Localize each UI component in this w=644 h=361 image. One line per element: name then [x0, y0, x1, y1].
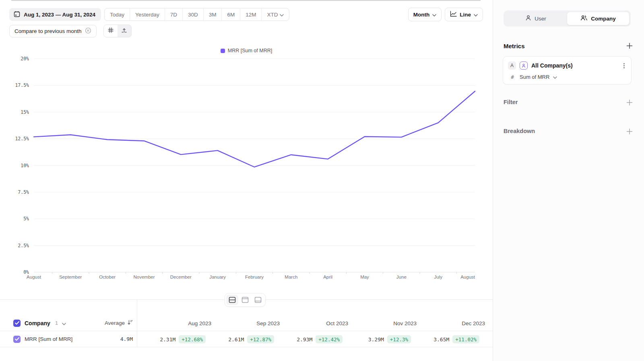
delta-badge: +12.87%: [247, 335, 274, 343]
quick-range-button[interactable]: 30D: [183, 8, 204, 21]
x-tick-label: May: [360, 275, 369, 279]
entity-type-toggle: User Company: [504, 10, 631, 27]
y-tick-label: 20%: [21, 56, 29, 62]
average-column-label: Average: [105, 320, 125, 326]
annotations-toggle[interactable]: [118, 25, 131, 37]
legend-label: MRR [Sum of MRR]: [228, 48, 272, 53]
metric-field-label: Sum of MRR: [520, 74, 549, 80]
metric-letter-badge: A: [508, 62, 516, 70]
add-breakdown-button[interactable]: [625, 127, 634, 135]
grid-icon: [108, 27, 114, 35]
month-value-cell: 2.31M+12.68%: [137, 335, 206, 343]
granularity-label: Month: [413, 12, 429, 18]
x-tick-label: February: [245, 275, 264, 279]
card-top-shadow: [11, 0, 481, 1]
filter-section-title: Filter: [504, 99, 518, 105]
month-value-cell: 2.61M+12.87%: [206, 335, 274, 343]
y-tick-label: 7.5%: [18, 189, 29, 195]
delta-badge: +12.68%: [179, 335, 206, 343]
layout-view-toggles: [225, 293, 266, 307]
calendar-icon: [14, 11, 20, 18]
breakdown-section-title: Breakdown: [504, 128, 535, 134]
month-column-header[interactable]: Aug 2023: [143, 320, 211, 326]
month-column-header[interactable]: Nov 2023: [348, 320, 417, 326]
delta-badge: +12.42%: [316, 335, 343, 343]
gridlines-toggle[interactable]: [104, 25, 118, 37]
date-range-button[interactable]: Aug 1, 2023 — Aug 31, 2024: [9, 8, 101, 21]
line-chart-icon: [450, 11, 457, 18]
split-view-button[interactable]: [226, 295, 238, 305]
entity-count: 1: [55, 320, 58, 326]
table-only-view-button[interactable]: [252, 295, 264, 305]
metric-value: 3.29M: [368, 336, 384, 343]
quick-range-button[interactable]: 6M: [222, 8, 240, 21]
user-icon: [525, 15, 531, 22]
metrics-section-title: Metrics: [504, 43, 525, 49]
x-tick-label: March: [285, 275, 297, 279]
x-tick-label: December: [170, 275, 192, 279]
delta-badge: +11.02%: [452, 335, 479, 343]
add-filter-button[interactable]: [625, 98, 634, 107]
config-sidebar: User Company Metrics A All Company(s): [493, 0, 644, 361]
month-column-header[interactable]: Dec 2023: [417, 320, 485, 326]
breakdown-table: Company 1 Average Aug 2023Sep 2023Oct 20…: [0, 315, 493, 347]
month-column-header[interactable]: Sep 2023: [211, 320, 280, 326]
sort-icon[interactable]: [127, 320, 133, 326]
legend-swatch: [221, 49, 225, 53]
chevron-down-icon[interactable]: [62, 320, 66, 327]
select-all-checkbox[interactable]: [13, 320, 21, 327]
chevron-down-icon: [553, 73, 557, 80]
mrr-series-line: [34, 91, 475, 167]
metric-name: All Company(s): [531, 62, 618, 69]
xtd-range-button[interactable]: XTD: [262, 8, 289, 21]
metric-row-label: MRR [Sum of MRR]: [25, 336, 72, 342]
chevron-down-icon: [474, 12, 478, 18]
quick-range-button[interactable]: Yesterday: [130, 8, 165, 21]
granularity-dropdown[interactable]: Month: [408, 8, 442, 21]
metric-menu-button[interactable]: [622, 62, 626, 69]
quick-range-button[interactable]: 12M: [240, 8, 262, 21]
y-tick-label: 12.5%: [15, 136, 29, 142]
tab-company[interactable]: Company: [567, 12, 630, 25]
company-icon: [580, 15, 588, 22]
x-tick-label: April: [323, 275, 332, 279]
month-value-cell: 3.29M+12.3%: [343, 335, 411, 343]
chevron-down-icon: [432, 12, 436, 18]
x-tick-label: October: [99, 275, 116, 279]
quick-range-button[interactable]: 7D: [165, 8, 183, 21]
chart-option-toggles: [103, 25, 132, 37]
compare-chip[interactable]: Compare to previous month: [9, 25, 97, 37]
tab-user[interactable]: User: [505, 12, 567, 25]
table-row[interactable]: MRR [Sum of MRR] 4.9M 2.31M+12.68%2.61M+…: [0, 331, 493, 347]
y-tick-label: 10%: [21, 163, 29, 168]
metric-value: 2.93M: [297, 336, 312, 343]
quick-range-button[interactable]: Today: [105, 8, 130, 21]
row-checkbox[interactable]: [13, 336, 21, 343]
company-badge-icon: [520, 62, 528, 70]
chart-only-view-button[interactable]: [239, 295, 251, 305]
metric-value: 2.61M: [228, 336, 244, 343]
date-range-label: Aug 1, 2023 — Aug 31, 2024: [24, 12, 95, 18]
month-column-header[interactable]: Oct 2023: [280, 320, 348, 326]
chart-type-dropdown[interactable]: Line: [445, 8, 483, 21]
average-value: 4.9M: [120, 336, 133, 342]
month-value-cell: 2.93M+12.42%: [274, 335, 343, 343]
remove-compare-icon[interactable]: [85, 27, 91, 35]
metric-card[interactable]: A All Company(s) # Sum of MRR: [503, 56, 632, 84]
add-metric-button[interactable]: [625, 42, 634, 50]
y-tick-label: 17.5%: [15, 82, 29, 88]
tab-user-label: User: [535, 16, 546, 22]
chart-toolbar: Aug 1, 2023 — Aug 31, 2024 TodayYesterda…: [9, 8, 483, 21]
x-tick-label: August: [27, 275, 41, 279]
tab-company-label: Company: [591, 16, 616, 22]
x-tick-label: June: [396, 275, 407, 279]
metric-value: 2.31M: [160, 336, 175, 343]
chart-legend[interactable]: MRR [Sum of MRR]: [0, 48, 493, 53]
y-tick-label: 15%: [21, 109, 29, 115]
x-tick-label: September: [59, 275, 82, 279]
xtd-label: XTD: [267, 12, 278, 18]
metric-field-selector[interactable]: # Sum of MRR: [508, 73, 626, 80]
mrr-growth-line-chart: 0%2.5%5%7.5%10%12.5%15%17.5%20%AugustSep…: [0, 0, 493, 285]
chart-type-label: Line: [460, 12, 471, 18]
quick-range-button[interactable]: 3M: [204, 8, 222, 21]
